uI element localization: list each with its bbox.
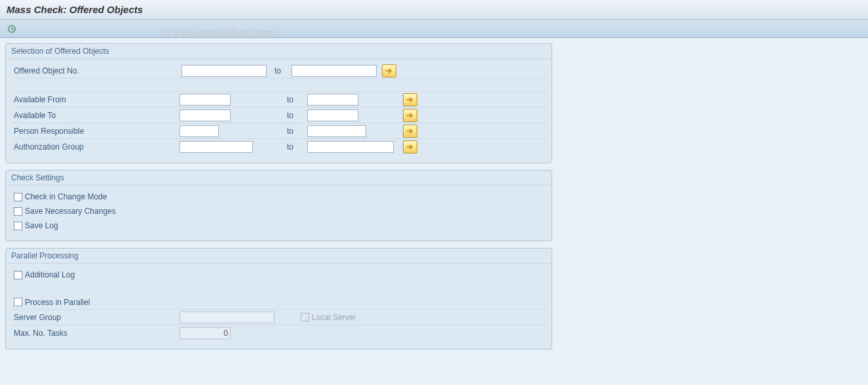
multiple-selection-button[interactable] [382, 64, 396, 77]
label-save-necessary-changes: Save Necessary Changes [25, 207, 116, 216]
row-server-group: Server Group Local Server [12, 310, 545, 325]
input-avail-to-low[interactable] [179, 110, 231, 121]
spacer [12, 79, 545, 92]
input-avail-to-high[interactable] [307, 110, 358, 121]
groupbox-parallel-title: Parallel Processing [6, 249, 552, 264]
label-person-responsible: Person Responsible [12, 127, 179, 136]
row-additional-log: Additional Log [12, 268, 545, 282]
to-label: to [284, 127, 307, 136]
execute-icon[interactable] [5, 22, 18, 35]
input-avail-from-high[interactable] [307, 94, 358, 106]
to-label: to [272, 66, 292, 75]
multiple-selection-button[interactable] [403, 125, 417, 138]
row-save-log: Save Log [12, 218, 545, 233]
label-available-to: Available To [12, 111, 179, 120]
input-offered-no-from[interactable] [181, 65, 267, 77]
input-person-resp-low[interactable] [179, 125, 219, 137]
row-offered-object-no: Offered Object No. to [12, 63, 545, 79]
row-process-in-parallel: Process in Parallel [12, 295, 545, 310]
row-available-to: Available To to [12, 108, 545, 123]
row-max-no-tasks: Max. No. Tasks [12, 325, 545, 341]
checkbox-local-server [301, 313, 309, 321]
label-max-no-tasks: Max. No. Tasks [12, 329, 179, 338]
row-check-change-mode: Check in Change Mode [12, 190, 545, 204]
input-auth-group-high[interactable] [307, 141, 394, 153]
groupbox-selection-title: Selection of Offered Objects [6, 44, 552, 59]
row-available-from: Available From to [12, 92, 545, 108]
application-toolbar [0, 20, 868, 38]
to-label: to [284, 142, 307, 152]
groupbox-selection: Selection of Offered Objects Offered Obj… [5, 43, 552, 163]
label-offered-object-no: Offered Object No. [12, 66, 181, 75]
label-process-in-parallel: Process in Parallel [25, 298, 90, 307]
checkbox-check-change-mode[interactable] [14, 193, 22, 201]
input-server-group [179, 312, 274, 323]
checkbox-process-in-parallel[interactable] [14, 298, 22, 306]
multiple-selection-button[interactable] [403, 109, 417, 122]
label-save-log: Save Log [25, 221, 58, 230]
page-title-bar: Mass Check: Offered Objects [0, 0, 868, 20]
input-person-resp-high[interactable] [307, 125, 366, 137]
label-authorization-group: Authorization Group [12, 142, 179, 152]
row-save-necessary-changes: Save Necessary Changes [12, 204, 545, 218]
row-local-server: Local Server [301, 313, 356, 322]
multiple-selection-button[interactable] [403, 140, 417, 153]
row-person-responsible: Person Responsible to [12, 123, 545, 139]
input-auth-group-low[interactable] [179, 141, 253, 153]
to-label: to [284, 111, 307, 120]
multiple-selection-button[interactable] [403, 93, 417, 106]
to-label: to [284, 95, 307, 104]
label-check-change-mode: Check in Change Mode [25, 192, 107, 201]
checkbox-save-log[interactable] [14, 222, 22, 230]
label-available-from: Available From [12, 95, 179, 104]
input-offered-no-to[interactable] [292, 65, 377, 77]
label-server-group: Server Group [12, 313, 179, 322]
content-area: Selection of Offered Objects Offered Obj… [0, 38, 868, 361]
input-max-no-tasks [179, 327, 231, 339]
checkbox-additional-log[interactable] [14, 271, 22, 279]
input-avail-from-low[interactable] [179, 94, 231, 106]
checkbox-save-necessary-changes[interactable] [14, 207, 22, 216]
groupbox-check-settings: Check Settings Check in Change Mode Save… [5, 170, 552, 241]
groupbox-parallel-processing: Parallel Processing Additional Log Proce… [5, 248, 552, 350]
groupbox-check-settings-title: Check Settings [6, 171, 552, 186]
label-additional-log: Additional Log [25, 270, 75, 279]
page-title: Mass Check: Offered Objects [7, 4, 143, 15]
row-authorization-group: Authorization Group to [12, 139, 545, 155]
label-local-server: Local Server [312, 313, 356, 322]
